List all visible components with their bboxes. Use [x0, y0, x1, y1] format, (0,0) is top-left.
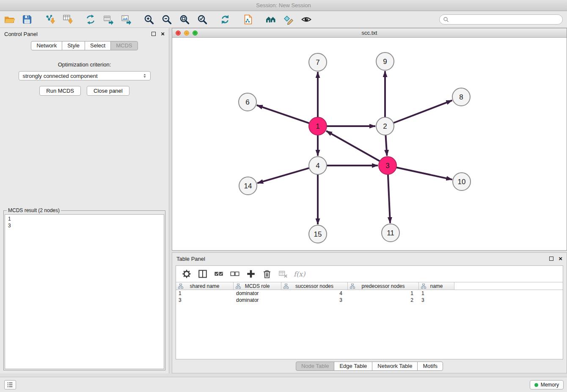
table-panel-tabbar: Node TableEdge TableNetwork TableMotifs: [172, 362, 567, 371]
zoom-in-button[interactable]: [143, 14, 155, 25]
tab-select[interactable]: Select: [85, 41, 111, 50]
column-tree-icon: [236, 284, 241, 289]
tab-style[interactable]: Style: [62, 41, 85, 50]
table-cell[interactable]: 3: [176, 297, 234, 304]
network-window-titlebar[interactable]: ×−+ scc.txt: [172, 28, 567, 38]
toolbar-group: [44, 14, 74, 25]
column-header-mcds-role[interactable]: MCDS role: [234, 282, 281, 290]
tab-motifs[interactable]: Motifs: [417, 362, 443, 371]
edge-3-1[interactable]: [326, 131, 380, 161]
network-window: ×−+ scc.txt 7968124314101511: [172, 28, 567, 251]
graph-node-label: 4: [316, 162, 319, 170]
import-network-icon: [44, 14, 55, 25]
graph-node-8[interactable]: 8: [452, 88, 470, 106]
gear-button[interactable]: [181, 268, 192, 279]
tab-mcds[interactable]: MCDS: [110, 41, 138, 50]
edge-3-10[interactable]: [396, 168, 452, 180]
graph-node-label: 7: [316, 58, 319, 66]
style-pencil-button[interactable]: [283, 14, 295, 25]
column-header-name[interactable]: name: [419, 282, 454, 290]
import-table-button[interactable]: [62, 14, 74, 25]
delete-table-icon: [278, 269, 288, 279]
unchecked-boxes-button[interactable]: [229, 268, 240, 279]
unchecked-boxes-icon: [230, 269, 240, 279]
close-table-panel-icon[interactable]: ×: [559, 257, 562, 261]
delete-table-button: [278, 268, 289, 279]
close-window-icon[interactable]: ×: [176, 30, 181, 36]
toolbar-group: [3, 14, 33, 25]
graph-node-6[interactable]: 6: [239, 93, 256, 111]
zoom-out-button[interactable]: [161, 14, 173, 25]
graph-node-4[interactable]: 4: [309, 157, 327, 174]
new-network-icon: [85, 14, 96, 25]
column-header-successor-nodes[interactable]: successor nodes: [281, 282, 348, 290]
table-cell[interactable]: 1: [348, 290, 419, 297]
edge-2-3[interactable]: [385, 135, 387, 156]
tab-network-table[interactable]: Network Table: [372, 362, 418, 371]
export-image-icon: [121, 14, 132, 25]
close-panel-button[interactable]: Close panel: [87, 86, 129, 96]
table-cell[interactable]: 2: [348, 297, 419, 304]
double-home-icon: [265, 14, 276, 25]
graph-node-11[interactable]: 11: [382, 224, 399, 242]
float-table-panel-icon[interactable]: [549, 257, 553, 261]
graph-node-9[interactable]: 9: [376, 52, 394, 70]
zoom-window-icon[interactable]: +: [193, 30, 198, 36]
edge-1-6[interactable]: [257, 105, 309, 124]
table-cell[interactable]: 4: [281, 290, 348, 297]
column-tree-icon: [421, 284, 426, 289]
minimize-window-icon[interactable]: −: [184, 30, 189, 36]
trash-button[interactable]: [261, 268, 272, 279]
float-panel-icon[interactable]: [151, 32, 156, 36]
fx-icon: f(x): [294, 270, 305, 278]
zoom-selected-button[interactable]: [196, 14, 208, 25]
document-network-button[interactable]: [242, 14, 254, 25]
edge-2-8[interactable]: [394, 100, 452, 123]
import-network-button[interactable]: [44, 14, 56, 25]
table-cell[interactable]: dominator: [234, 290, 281, 297]
select-chevrons-icon: [142, 73, 148, 79]
search-input[interactable]: [451, 17, 559, 23]
double-home-button[interactable]: [265, 14, 277, 25]
new-network-button[interactable]: [85, 14, 96, 25]
column-header-predecessor-nodes[interactable]: predecessor nodes: [348, 282, 419, 290]
edge-4-14[interactable]: [257, 168, 309, 183]
table-cell[interactable]: 1: [419, 290, 454, 297]
edge-3-11[interactable]: [388, 174, 390, 223]
graph-node-3[interactable]: 3: [379, 157, 396, 174]
tab-network[interactable]: Network: [31, 41, 62, 50]
plus-button[interactable]: [245, 268, 256, 279]
graph-node-15[interactable]: 15: [309, 225, 327, 243]
mcds-result-text[interactable]: 1 3: [5, 214, 164, 369]
open-folder-button[interactable]: [3, 14, 15, 25]
export-image-button[interactable]: [120, 14, 132, 25]
checked-boxes-button[interactable]: [213, 268, 224, 279]
refresh-button[interactable]: [219, 14, 231, 25]
table-cell[interactable]: dominator: [234, 297, 281, 304]
save-button[interactable]: [21, 14, 33, 25]
graph-node-7[interactable]: 7: [309, 53, 327, 71]
table-cell[interactable]: 3: [281, 297, 348, 304]
tab-edge-table[interactable]: Edge Table: [334, 362, 372, 371]
tab-node-table[interactable]: Node Table: [296, 362, 335, 371]
optimization-criterion-select[interactable]: strongly connected component: [19, 71, 151, 80]
memory-button[interactable]: Memory: [530, 380, 564, 389]
table-cell[interactable]: 3: [419, 297, 454, 304]
split-columns-button[interactable]: [197, 268, 208, 279]
close-panel-icon[interactable]: ×: [161, 32, 165, 36]
task-list-button[interactable]: [4, 380, 16, 389]
zoom-in-icon: [143, 14, 154, 25]
table-panel-title: Table Panel: [176, 256, 205, 262]
table-cell[interactable]: 1: [176, 290, 234, 297]
network-canvas[interactable]: 7968124314101511: [172, 38, 567, 250]
column-header-shared-name[interactable]: shared name: [176, 282, 234, 290]
export-table-button[interactable]: [102, 14, 114, 25]
memory-status-dot: [534, 383, 538, 387]
eye-button[interactable]: [300, 14, 312, 25]
graph-node-2[interactable]: 2: [376, 117, 394, 135]
graph-node-1[interactable]: 1: [309, 117, 327, 135]
run-mcds-button[interactable]: Run MCDS: [39, 86, 81, 96]
zoom-fit-button[interactable]: [179, 14, 190, 25]
graph-node-10[interactable]: 10: [453, 173, 471, 190]
graph-node-14[interactable]: 14: [239, 177, 257, 195]
